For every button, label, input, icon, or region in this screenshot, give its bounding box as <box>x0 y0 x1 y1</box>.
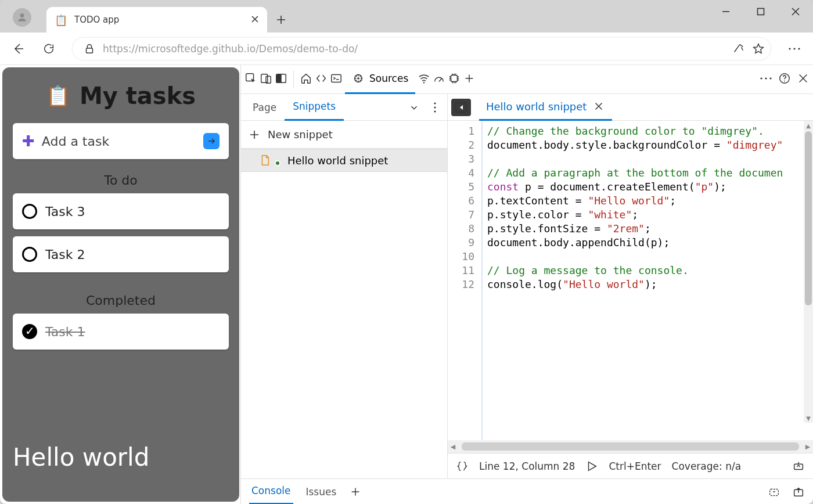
close-window-button[interactable] <box>778 0 813 23</box>
snippet-list-item[interactable]: Hello world snippet <box>241 149 447 172</box>
drawer-tab-console[interactable]: Console <box>249 479 293 505</box>
lock-icon <box>83 42 96 55</box>
device-toggle-icon[interactable] <box>260 72 272 87</box>
svg-rect-2 <box>87 48 93 53</box>
pretty-print-icon[interactable] <box>456 460 469 473</box>
svg-point-16 <box>760 77 762 79</box>
code-editor[interactable]: 123456789101112 // Change the background… <box>448 121 813 440</box>
close-devtools-icon[interactable] <box>797 72 810 87</box>
refresh-button[interactable] <box>36 36 62 62</box>
drawer-tab-issues[interactable]: Issues <box>306 486 337 498</box>
section-todo-label: To do <box>13 173 229 188</box>
svg-point-21 <box>434 102 436 104</box>
run-hint: Ctrl+Enter <box>609 460 661 472</box>
window-titlebar: 📋 TODO app <box>0 0 813 33</box>
drawer-expand-icon[interactable] <box>792 485 805 498</box>
code-content[interactable]: // Change the background color to "dimgr… <box>483 121 813 440</box>
back-button[interactable] <box>6 36 31 62</box>
svg-rect-1 <box>758 9 764 15</box>
close-file-icon[interactable] <box>592 100 605 113</box>
app-title: My tasks <box>80 82 196 109</box>
todo-app: 📋 My tasks ✚ Add a task To do Task 3 Tas… <box>2 67 239 502</box>
drawer-add-tab-icon[interactable] <box>349 485 362 498</box>
editor-statusbar: Line 12, Column 28 Ctrl+Enter Coverage: … <box>448 453 813 478</box>
svg-rect-7 <box>261 74 268 82</box>
browser-toolbar: https://microsoftedge.github.io/Demos/de… <box>0 33 813 65</box>
clipboard-icon: 📋 <box>46 84 70 107</box>
plus-icon: ✚ <box>22 132 35 150</box>
new-tab-button[interactable] <box>267 7 295 33</box>
more-tools-icon[interactable] <box>760 72 772 87</box>
dock-side-icon[interactable] <box>275 72 287 87</box>
tab-title: TODO app <box>74 15 119 25</box>
toggle-navigator-button[interactable] <box>451 99 471 116</box>
vertical-scrollbar[interactable]: ▲▼ <box>804 121 813 423</box>
editor-tab-title: Hello world snippet <box>486 100 587 113</box>
navigator-tab-snippets[interactable]: Snippets <box>285 94 344 121</box>
submit-task-button[interactable] <box>203 133 220 149</box>
network-tab-icon[interactable] <box>418 72 430 87</box>
read-aloud-icon[interactable] <box>732 42 745 55</box>
welcome-tab-icon[interactable] <box>300 72 312 87</box>
svg-point-3 <box>789 48 790 49</box>
devtools-drawer: Console Issues <box>241 478 813 504</box>
more-tabs-icon[interactable] <box>463 72 476 87</box>
task-label: Task 2 <box>45 247 85 262</box>
devtools-panel: Sources Page Snippets <box>240 65 813 504</box>
svg-point-5 <box>798 48 800 49</box>
svg-point-4 <box>793 48 795 49</box>
cursor-position: Line 12, Column 28 <box>479 460 575 472</box>
elements-tab-icon[interactable] <box>315 72 328 87</box>
svg-point-17 <box>765 77 767 79</box>
task-item[interactable]: Task 3 <box>13 193 229 229</box>
navigator-tab-page[interactable]: Page <box>244 94 285 121</box>
address-bar[interactable]: https://microsoftedge.github.io/Demos/de… <box>72 37 771 60</box>
run-icon[interactable] <box>585 460 598 473</box>
maximize-button[interactable] <box>743 0 778 23</box>
svg-rect-8 <box>266 76 271 83</box>
task-label: Task 3 <box>45 204 85 219</box>
svg-point-0 <box>20 13 24 17</box>
navigator-more-icon[interactable] <box>429 101 441 114</box>
drawer-icon-1[interactable] <box>768 485 780 498</box>
svg-rect-26 <box>770 489 779 495</box>
inspect-icon[interactable] <box>244 72 257 87</box>
horizontal-scrollbar[interactable]: ◀▶ <box>448 440 813 453</box>
task-checkbox-checked[interactable] <box>22 324 37 339</box>
task-checkbox[interactable] <box>22 247 37 262</box>
sources-navigator: Page Snippets New snippet Hello world <box>241 94 448 478</box>
minimize-button[interactable] <box>708 0 743 23</box>
favorite-icon[interactable] <box>752 42 765 55</box>
task-label: Task 1 <box>45 325 85 339</box>
help-icon[interactable] <box>778 72 791 87</box>
performance-tab-icon[interactable] <box>433 72 445 87</box>
task-checkbox[interactable] <box>22 204 37 219</box>
svg-rect-11 <box>332 74 341 82</box>
svg-point-23 <box>434 110 436 112</box>
sources-editor: Hello world snippet 123456789101112 // C… <box>448 94 813 478</box>
chevron-down-icon[interactable] <box>408 101 420 114</box>
source-map-icon[interactable] <box>792 460 805 473</box>
task-item[interactable]: Task 2 <box>13 236 229 272</box>
svg-point-22 <box>434 106 436 108</box>
memory-tab-icon[interactable] <box>448 72 461 87</box>
svg-point-18 <box>769 77 771 79</box>
task-item-done[interactable]: Task 1 <box>13 314 229 350</box>
sources-tab[interactable]: Sources <box>345 65 415 94</box>
profile-icon[interactable] <box>13 8 31 27</box>
svg-point-13 <box>357 77 359 80</box>
add-task-input[interactable]: ✚ Add a task <box>13 123 229 159</box>
new-snippet-label: New snippet <box>268 128 333 141</box>
new-snippet-button[interactable]: New snippet <box>241 121 447 149</box>
close-tab-icon[interactable] <box>251 15 259 26</box>
editor-file-tab[interactable]: Hello world snippet <box>479 94 612 121</box>
console-tab-icon[interactable] <box>330 72 343 87</box>
line-number-gutter: 123456789101112 <box>448 121 483 440</box>
svg-point-20 <box>784 80 785 81</box>
svg-point-14 <box>423 82 425 83</box>
settings-menu-button[interactable] <box>782 36 807 62</box>
section-completed-label: Completed <box>13 293 229 308</box>
devtools-top-tabs: Sources <box>241 65 813 94</box>
snippet-name: Hello world snippet <box>287 154 388 167</box>
browser-tab[interactable]: 📋 TODO app <box>46 7 267 33</box>
